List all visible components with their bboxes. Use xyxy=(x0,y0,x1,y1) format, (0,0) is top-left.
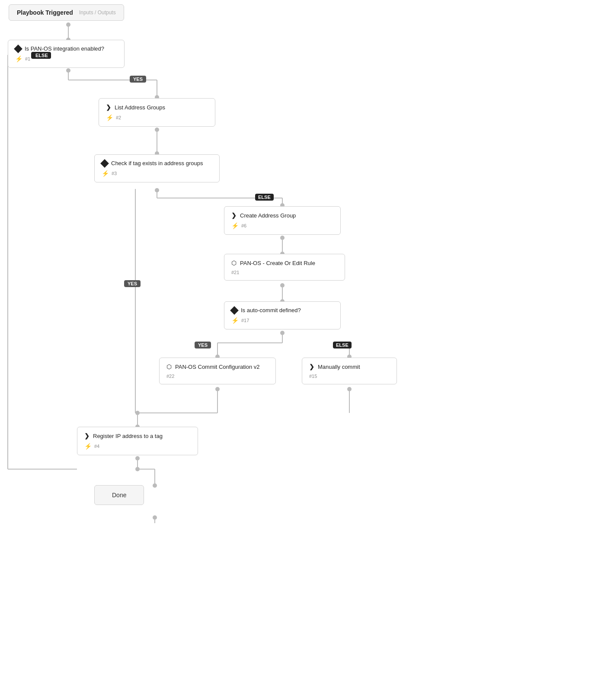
connector-dot xyxy=(66,68,70,73)
lightning-icon-6: ⚡ xyxy=(231,222,239,229)
node-21[interactable]: ⬡ PAN-OS - Create Or Edit Rule #21 xyxy=(224,254,345,281)
node-6-label: Create Address Group xyxy=(240,212,296,219)
yes-badge-1: YES xyxy=(130,76,146,83)
node-4-id: #4 xyxy=(94,444,99,449)
network-icon-22: ⬡ xyxy=(166,363,172,370)
node-17-id: #17 xyxy=(241,318,249,323)
network-icon-21: ⬡ xyxy=(231,259,237,266)
connector-dot xyxy=(153,483,157,488)
connector-dot xyxy=(347,387,352,391)
trigger-node[interactable]: Playbook Triggered Inputs / Outputs xyxy=(9,4,124,21)
diamond-icon-3 xyxy=(100,159,109,168)
action-icon-4: ❯ xyxy=(84,432,90,439)
workflow-canvas: Playbook Triggered Inputs / Outputs Is P… xyxy=(0,0,614,700)
trigger-sub: Inputs / Outputs xyxy=(79,10,116,16)
node-17-label: Is auto-commit defined? xyxy=(241,307,301,313)
node-4[interactable]: ❯ Register IP address to a tag ⚡ #4 xyxy=(77,427,198,455)
connector-dot xyxy=(280,283,285,288)
connector-lines xyxy=(0,0,614,700)
connector-dot xyxy=(135,467,140,471)
connector-dot xyxy=(153,515,157,520)
yes-badge-3: YES xyxy=(124,280,141,287)
node-3[interactable]: Check if tag exists in address groups ⚡ … xyxy=(94,154,220,182)
trigger-title: Playbook Triggered xyxy=(17,9,73,16)
node-1-id: #1 xyxy=(25,56,30,61)
done-node: Done xyxy=(94,485,144,505)
else-badge-17: ELSE xyxy=(333,342,352,348)
connector-dot xyxy=(135,456,140,460)
done-label: Done xyxy=(112,492,126,499)
node-15-id: #15 xyxy=(309,374,317,379)
node-15-label: Manually commit xyxy=(318,364,360,370)
else-badge-3: ELSE xyxy=(255,194,274,201)
lightning-icon-4: ⚡ xyxy=(84,443,92,450)
node-22-id: #22 xyxy=(166,374,174,379)
action-icon-6: ❯ xyxy=(231,212,237,219)
lightning-icon-1: ⚡ xyxy=(15,55,22,62)
connector-dot xyxy=(155,188,159,192)
node-6-id: #6 xyxy=(241,223,246,228)
node-21-label: PAN-OS - Create Or Edit Rule xyxy=(240,260,315,266)
connector-dot xyxy=(155,128,159,132)
connector-dot xyxy=(215,387,220,391)
yes-badge-17: YES xyxy=(195,342,211,348)
node-2-id: #2 xyxy=(116,115,121,120)
node-3-id: #3 xyxy=(112,171,117,176)
diamond-icon xyxy=(14,45,22,53)
node-17[interactable]: Is auto-commit defined? ⚡ #17 xyxy=(224,301,341,329)
lightning-icon-3: ⚡ xyxy=(102,170,109,177)
lightning-icon-2: ⚡ xyxy=(106,114,113,121)
action-icon-2: ❯ xyxy=(106,104,111,111)
node-21-id: #21 xyxy=(231,270,239,275)
node-6[interactable]: ❯ Create Address Group ⚡ #6 xyxy=(224,206,341,235)
node-1-label: Is PAN-OS integration enabled? xyxy=(25,45,104,52)
lightning-icon-17: ⚡ xyxy=(231,317,239,324)
node-2[interactable]: ❯ List Address Groups ⚡ #2 xyxy=(99,98,215,127)
diamond-icon-17 xyxy=(230,306,239,315)
else-left-badge: ELSE xyxy=(32,52,51,59)
node-4-label: Register IP address to a tag xyxy=(93,433,163,439)
action-icon-15: ❯ xyxy=(309,363,314,370)
node-3-label: Check if tag exists in address groups xyxy=(111,160,203,166)
connector-dot xyxy=(280,236,285,240)
node-22-label: PAN-OS Commit Configuration v2 xyxy=(175,364,260,370)
node-22[interactable]: ⬡ PAN-OS Commit Configuration v2 #22 xyxy=(159,358,276,384)
node-15[interactable]: ❯ Manually commit #15 xyxy=(302,358,397,384)
connector-dot xyxy=(66,22,70,27)
node-1[interactable]: Is PAN-OS integration enabled? ⚡ #1 xyxy=(8,40,125,68)
node-2-label: List Address Groups xyxy=(115,104,165,111)
connector-dot xyxy=(135,411,140,415)
connector-dot xyxy=(280,331,285,335)
